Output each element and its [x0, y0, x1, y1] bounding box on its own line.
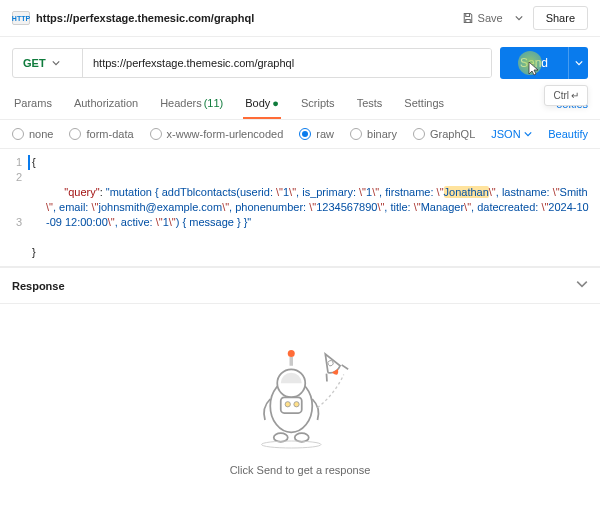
chevron-down-icon	[52, 59, 60, 67]
tab-params[interactable]: Params	[12, 89, 54, 119]
empty-text: Click Send to get a response	[230, 464, 371, 476]
response-empty-state: Click Send to get a response	[0, 304, 600, 496]
body-graphql[interactable]: GraphQL	[413, 128, 475, 140]
svg-point-8	[295, 433, 309, 442]
send-dropdown[interactable]	[568, 47, 588, 79]
share-button[interactable]: Share	[533, 6, 588, 30]
tab-scripts[interactable]: Scripts	[299, 89, 337, 119]
save-label: Save	[478, 12, 503, 24]
astronaut-illustration	[230, 344, 370, 454]
tab-body[interactable]: Body●	[243, 89, 281, 119]
line-gutter: 1 2 3	[0, 149, 28, 266]
tab-settings[interactable]: Settings	[402, 89, 446, 119]
save-icon	[462, 12, 474, 24]
save-button[interactable]: Save	[454, 8, 511, 28]
shortcut-tooltip: Ctrl↵	[544, 85, 588, 106]
chevron-down-icon	[576, 278, 588, 290]
svg-point-5	[285, 402, 290, 407]
tab-title: https://perfexstage.themesic.com/graphql	[36, 12, 254, 24]
svg-point-0	[288, 350, 295, 357]
body-urlencoded[interactable]: x-www-form-urlencoded	[150, 128, 284, 140]
svg-rect-1	[290, 357, 294, 366]
method-select[interactable]: GET	[13, 49, 83, 77]
tab-authorization[interactable]: Authorization	[72, 89, 140, 119]
response-panel-header[interactable]: Response	[0, 267, 600, 304]
body-raw[interactable]: raw	[299, 128, 334, 140]
url-input[interactable]	[83, 49, 491, 77]
tab-headers[interactable]: Headers(11)	[158, 89, 225, 119]
svg-point-7	[274, 433, 288, 442]
body-form-data[interactable]: form-data	[69, 128, 133, 140]
body-none[interactable]: none	[12, 128, 53, 140]
body-format-select[interactable]: JSON	[491, 128, 531, 140]
beautify-button[interactable]: Beautify	[548, 128, 588, 140]
chevron-down-icon	[515, 14, 523, 22]
request-body-editor[interactable]: 1 2 3 { "query": "mutation { addTblconta…	[0, 149, 600, 267]
tab-tests[interactable]: Tests	[355, 89, 385, 119]
send-label: Send	[520, 56, 548, 70]
save-dropdown[interactable]	[511, 7, 527, 29]
code-area[interactable]: { "query": "mutation { addTblcontacts(us…	[28, 149, 600, 266]
method-label: GET	[23, 57, 46, 69]
http-badge: HTTP	[12, 11, 30, 25]
svg-point-9	[262, 441, 322, 448]
send-button[interactable]: Send	[500, 47, 568, 79]
highlighted-text: Jonathan	[444, 186, 489, 198]
body-binary[interactable]: binary	[350, 128, 397, 140]
response-title: Response	[12, 280, 65, 292]
chevron-down-icon	[575, 59, 583, 67]
chevron-down-icon	[524, 130, 532, 138]
svg-point-6	[294, 402, 299, 407]
